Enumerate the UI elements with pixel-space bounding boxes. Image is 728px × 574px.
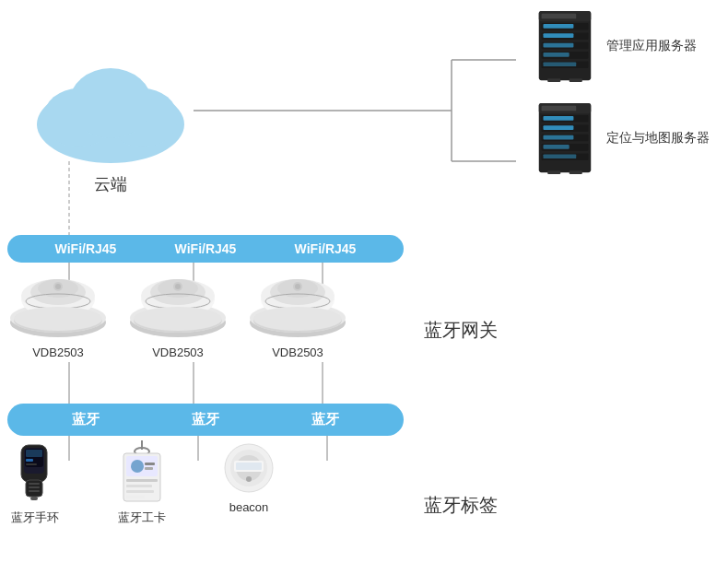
svg-point-68 bbox=[175, 284, 181, 289]
gateway-icon-1 bbox=[7, 272, 109, 341]
beacon-label: beacon bbox=[229, 500, 269, 514]
svg-point-79 bbox=[295, 284, 300, 289]
bt-pill-2: 蓝牙 bbox=[192, 411, 219, 428]
wifi-pills-container: WiFi/RJ45 WiFi/RJ45 WiFi/RJ45 bbox=[7, 235, 404, 263]
tag-item-card: 蓝牙工卡 bbox=[118, 440, 166, 526]
svg-rect-91 bbox=[29, 486, 40, 488]
svg-rect-33 bbox=[547, 78, 560, 82]
cloud-icon bbox=[28, 55, 194, 166]
svg-rect-24 bbox=[543, 24, 573, 29]
svg-rect-90 bbox=[29, 483, 40, 485]
gateways-row: VDB2503 VDB2503 bbox=[7, 272, 348, 359]
gateway-label-2: VDB2503 bbox=[152, 346, 204, 359]
svg-rect-37 bbox=[542, 106, 577, 111]
svg-rect-45 bbox=[543, 145, 569, 149]
mgmt-server-icon bbox=[533, 9, 597, 83]
gateway-item-1: VDB2503 bbox=[7, 272, 109, 359]
svg-rect-99 bbox=[145, 463, 155, 465]
wifi-pill-2: WiFi/RJ45 bbox=[175, 241, 237, 256]
servers-container: 管理应用服务器 定位与地图服务器 bbox=[533, 9, 710, 175]
svg-rect-30 bbox=[543, 53, 569, 57]
gateway-label-1: VDB2503 bbox=[32, 346, 84, 359]
svg-rect-92 bbox=[29, 490, 40, 492]
tag-item-beacon: beacon bbox=[221, 440, 276, 514]
gateway-label-3: VDB2503 bbox=[272, 346, 323, 359]
bt-pill-3: 蓝牙 bbox=[311, 411, 339, 428]
wifi-pill-1: WiFi/RJ45 bbox=[55, 241, 117, 256]
svg-rect-49 bbox=[569, 170, 582, 174]
bt-pills-container: 蓝牙 蓝牙 蓝牙 bbox=[7, 404, 404, 436]
svg-rect-41 bbox=[543, 125, 573, 130]
tag-title: 蓝牙标签 bbox=[424, 493, 498, 518]
svg-rect-101 bbox=[126, 479, 158, 482]
bt-pill-1: 蓝牙 bbox=[72, 411, 100, 428]
svg-point-60 bbox=[14, 307, 102, 331]
tag-item-bracelet: 蓝牙手环 bbox=[7, 440, 63, 526]
svg-rect-28 bbox=[543, 43, 573, 48]
svg-rect-109 bbox=[236, 463, 262, 470]
svg-rect-93 bbox=[30, 497, 38, 500]
card-icon bbox=[119, 440, 165, 505]
svg-rect-87 bbox=[26, 459, 33, 462]
mgmt-server-label: 管理应用服务器 bbox=[606, 38, 697, 54]
gateway-title: 蓝牙网关 bbox=[424, 318, 498, 343]
wifi-pill-3: WiFi/RJ45 bbox=[295, 241, 357, 256]
card-label: 蓝牙工卡 bbox=[118, 510, 166, 526]
svg-rect-103 bbox=[126, 490, 154, 493]
svg-rect-102 bbox=[126, 485, 152, 487]
svg-point-98 bbox=[131, 460, 144, 473]
bracelet-icon bbox=[7, 440, 63, 505]
svg-rect-86 bbox=[26, 450, 42, 457]
gateway-item-2: VDB2503 bbox=[127, 272, 229, 359]
server-item-mgmt: 管理应用服务器 bbox=[533, 9, 710, 83]
cloud-container: 云端 bbox=[28, 55, 194, 195]
gateway-item-3: VDB2503 bbox=[247, 272, 348, 359]
svg-point-71 bbox=[134, 307, 222, 331]
svg-rect-48 bbox=[547, 170, 560, 174]
svg-point-110 bbox=[246, 476, 252, 482]
svg-rect-88 bbox=[26, 463, 37, 465]
svg-rect-104 bbox=[126, 496, 145, 498]
svg-rect-26 bbox=[543, 33, 573, 38]
svg-rect-39 bbox=[543, 116, 573, 121]
svg-rect-47 bbox=[543, 154, 576, 158]
location-server-label: 定位与地图服务器 bbox=[606, 130, 710, 146]
svg-point-57 bbox=[55, 284, 61, 289]
cloud-label: 云端 bbox=[28, 173, 194, 195]
gateway-icon-2 bbox=[127, 272, 229, 341]
tags-row: 蓝牙手环 蓝牙工卡 bbox=[7, 440, 276, 526]
bracelet-label: 蓝牙手环 bbox=[11, 510, 59, 526]
beacon-icon bbox=[221, 440, 276, 496]
location-server-icon bbox=[533, 101, 597, 175]
svg-rect-34 bbox=[569, 78, 582, 82]
svg-rect-100 bbox=[145, 467, 153, 470]
server-item-location: 定位与地图服务器 bbox=[533, 101, 710, 175]
svg-rect-22 bbox=[542, 14, 577, 19]
svg-rect-32 bbox=[543, 62, 576, 66]
svg-point-82 bbox=[253, 307, 342, 331]
architecture-diagram: 云端 bbox=[0, 0, 728, 574]
svg-point-19 bbox=[69, 68, 152, 138]
gateway-icon-3 bbox=[247, 272, 348, 341]
svg-rect-43 bbox=[543, 135, 573, 140]
